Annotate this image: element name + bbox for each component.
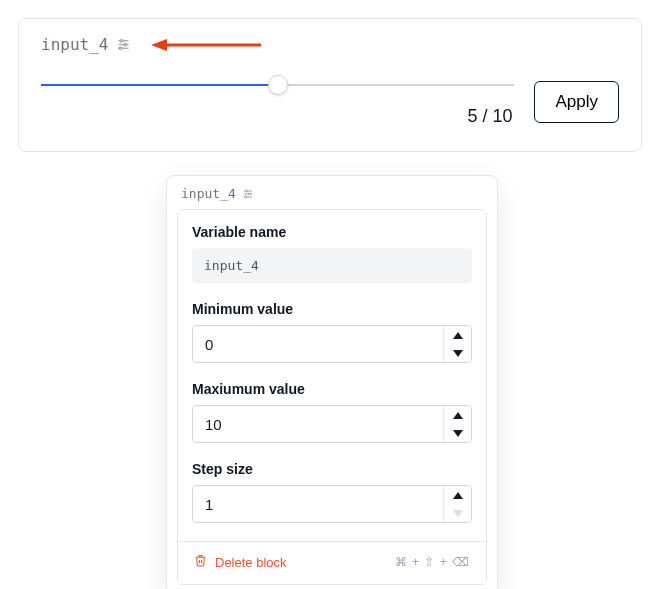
svg-marker-18	[453, 492, 463, 499]
minimum-input[interactable]: 0	[192, 325, 472, 363]
keyboard-shortcut: ⌘ + ⇧ + ⌫	[395, 555, 470, 569]
svg-point-9	[245, 190, 247, 192]
minimum-step-down[interactable]	[444, 344, 471, 362]
card-header: input_4	[41, 35, 619, 54]
sliders-icon	[242, 188, 254, 200]
svg-marker-15	[453, 350, 463, 357]
svg-marker-7	[151, 39, 167, 51]
maximum-step-up[interactable]	[444, 406, 471, 424]
settings-popover: 5 / 10 input_4 Variable name input_4 Min…	[166, 175, 498, 589]
slider-track[interactable]	[41, 76, 514, 94]
delete-block-label: Delete block	[215, 555, 287, 570]
variable-name-input[interactable]: input_4	[192, 248, 472, 283]
slider-block-card: input_4 5 / 10 Apply	[18, 18, 642, 152]
popover-panel: Variable name input_4 Minimum value 0 Ma…	[177, 209, 487, 585]
field-variable-name: Variable name input_4	[192, 224, 472, 283]
slider-readout: 5 / 10	[41, 106, 514, 127]
sliders-icon[interactable]	[116, 37, 131, 52]
svg-marker-17	[453, 430, 463, 437]
popover-varname: input_4	[181, 186, 236, 201]
popover-header: input_4	[167, 176, 497, 209]
slider-fill	[41, 84, 278, 86]
maximum-value[interactable]: 10	[193, 406, 443, 442]
delete-block-button[interactable]: Delete block	[194, 554, 287, 570]
svg-point-13	[244, 196, 246, 198]
svg-point-5	[120, 47, 123, 50]
annotation-arrow	[151, 36, 261, 54]
field-maximum: Maxiumum value 10	[192, 381, 472, 443]
apply-button[interactable]: Apply	[534, 81, 619, 123]
step-size-input[interactable]: 1	[192, 485, 472, 523]
trash-icon	[194, 554, 207, 570]
field-minimum: Minimum value 0	[192, 301, 472, 363]
svg-marker-16	[453, 412, 463, 419]
step-size-step-up[interactable]	[444, 486, 471, 504]
svg-point-11	[248, 193, 250, 195]
maximum-input[interactable]: 10	[192, 405, 472, 443]
minimum-value[interactable]: 0	[193, 326, 443, 362]
slider-row: 5 / 10 Apply	[41, 76, 619, 127]
slider-thumb[interactable]	[268, 75, 288, 95]
field-step-size: Step size 1	[192, 461, 472, 523]
svg-point-3	[125, 43, 128, 46]
minimum-label: Minimum value	[192, 301, 472, 317]
svg-marker-19	[453, 510, 463, 517]
minimum-step-up[interactable]	[444, 326, 471, 344]
variable-name-field-label: Variable name	[192, 224, 472, 240]
svg-point-1	[121, 40, 124, 43]
variable-name-label: input_4	[41, 35, 108, 54]
step-size-step-down[interactable]	[444, 504, 471, 522]
maximum-label: Maxiumum value	[192, 381, 472, 397]
maximum-step-down[interactable]	[444, 424, 471, 442]
step-size-value[interactable]: 1	[193, 486, 443, 522]
step-size-label: Step size	[192, 461, 472, 477]
popover-footer: Delete block ⌘ + ⇧ + ⌫	[192, 542, 472, 584]
svg-marker-14	[453, 332, 463, 339]
